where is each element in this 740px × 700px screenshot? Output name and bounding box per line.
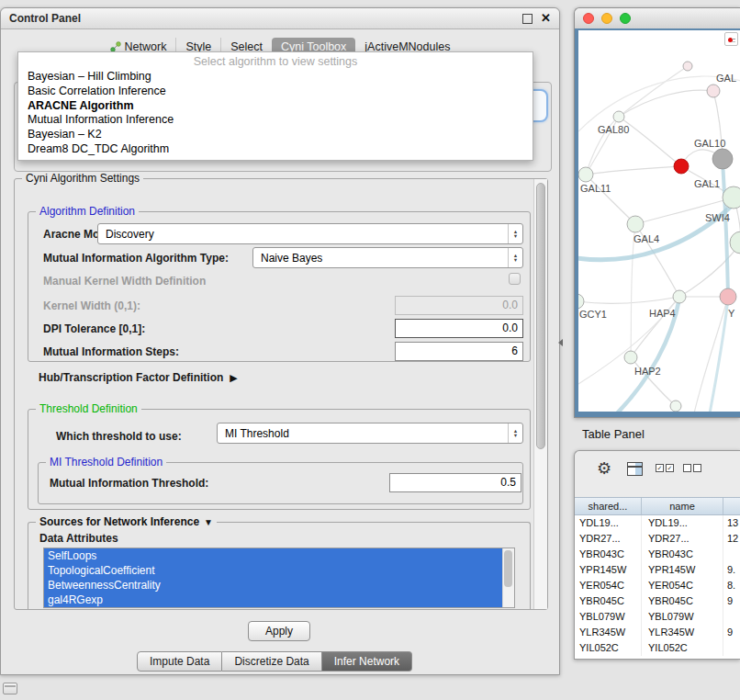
table-row[interactable]: YER054CYER054C8.: [575, 578, 740, 593]
kernel-width-field[interactable]: 0.0: [395, 296, 523, 315]
data-attributes-list: SelfLoops TopologicalCoefficient Between…: [43, 548, 515, 608]
node-label: Y: [728, 308, 735, 319]
dropdown-option[interactable]: Basic Correlation Inference: [18, 85, 533, 99]
minimize-traffic-button[interactable]: [601, 13, 612, 24]
float-window-icon[interactable]: [522, 14, 533, 24]
table-toolbar: ⚙ ✓✓: [575, 451, 740, 497]
column-header-shared-name[interactable]: shared...: [575, 498, 642, 514]
which-threshold-select[interactable]: MI Threshold: [217, 423, 523, 444]
scrollbar-thumb[interactable]: [504, 550, 512, 587]
table-row[interactable]: YDL19...YDL19...13: [575, 515, 740, 531]
deselect-all-columns-icon[interactable]: [683, 464, 701, 472]
list-item-selected[interactable]: SelfLoops: [44, 548, 502, 563]
apply-button[interactable]: Apply: [248, 621, 310, 641]
table-row[interactable]: YIL052CYIL052C: [575, 640, 740, 656]
network-node[interactable]: [707, 85, 720, 97]
scrollbar-thumb[interactable]: [536, 183, 545, 449]
window-title: Control Panel: [9, 12, 81, 25]
table-header-row: shared... name: [575, 497, 740, 515]
algorithm-definition-group: Algorithm Definition Aracne Mode: Discov…: [28, 211, 531, 362]
sources-group-title[interactable]: Sources for Network Inference▼: [36, 515, 217, 528]
close-icon[interactable]: ✕: [541, 13, 551, 24]
settings-group-title: Cyni Algorithm Settings: [22, 172, 143, 185]
dropdown-option[interactable]: Dream8 DC_TDC Algorithm: [18, 142, 533, 157]
network-canvas[interactable]: GALGAL80GAL10GAL11GAL1SWI4GAL4HAP4GCY1YH…: [578, 30, 740, 412]
dpi-tolerance-field[interactable]: 0.0: [395, 319, 523, 338]
list-item-selected[interactable]: gal4RGexp: [44, 593, 502, 607]
mi-threshold-field[interactable]: 0.5: [389, 473, 521, 492]
close-traffic-button[interactable]: [583, 13, 594, 24]
network-node[interactable]: [674, 159, 689, 174]
list-item-selected[interactable]: TopologicalCoefficient: [44, 563, 502, 578]
table-panel-heading: Table Panel: [582, 427, 645, 441]
tab-impute-data[interactable]: Impute Data: [137, 651, 222, 672]
column-header-cut[interactable]: [723, 498, 740, 514]
birdseye-toggle-button[interactable]: [724, 32, 738, 46]
table-settings-gear-icon[interactable]: ⚙: [597, 458, 611, 479]
tab-discretize-data[interactable]: Discretize Data: [222, 651, 321, 672]
network-graph: GALGAL80GAL10GAL11GAL1SWI4GAL4HAP4GCY1YH…: [578, 30, 740, 412]
table-row[interactable]: YBR045CYBR045C9: [575, 593, 740, 609]
show-columns-icon[interactable]: [627, 462, 643, 476]
manual-kernel-label: Manual Kernel Width Definition: [43, 275, 206, 288]
table-row[interactable]: YPR145WYPR145W9.: [575, 562, 740, 578]
network-node[interactable]: [627, 216, 644, 232]
node-label: GAL11: [580, 183, 611, 194]
list-item-selected[interactable]: BetweennessCentrality: [44, 578, 502, 593]
node-label: SWI4: [705, 212, 730, 223]
aracne-mode-select[interactable]: Discovery: [97, 223, 523, 244]
network-view-window: GALGAL80GAL10GAL11GAL1SWI4GAL4HAP4GCY1YH…: [574, 7, 740, 418]
node-label: GAL: [716, 73, 736, 84]
tab-infer-network[interactable]: Infer Network: [322, 651, 412, 672]
hub-definition-expander[interactable]: Hub/Transcription Factor Definition▶: [39, 368, 238, 385]
dropdown-option[interactable]: Bayesian – K2: [18, 128, 533, 142]
control-panel-window: Control Panel ✕ Network Style Select Cyn…: [0, 7, 560, 675]
network-node[interactable]: [712, 149, 733, 169]
zoom-traffic-button[interactable]: [620, 13, 631, 24]
control-panel-titlebar: Control Panel ✕: [1, 8, 559, 29]
table-row[interactable]: YDR27...YDR27...12: [575, 531, 740, 547]
network-node[interactable]: [673, 290, 686, 303]
dropdown-option[interactable]: Bayesian – Hill Climbing: [18, 70, 533, 85]
dropdown-option[interactable]: Mutual Information Inference: [18, 113, 533, 128]
network-node[interactable]: [624, 351, 637, 364]
splitter-collapse-icon[interactable]: [558, 339, 563, 346]
algorithm-dropdown-popup: Select algorithm to view settings Bayesi…: [17, 51, 533, 161]
which-threshold-label: Which threshold to use:: [56, 430, 182, 443]
network-node[interactable]: [670, 401, 681, 412]
settings-scrollbar[interactable]: [533, 179, 547, 609]
select-all-columns-icon[interactable]: ✓✓: [656, 464, 674, 472]
network-node[interactable]: [578, 167, 593, 182]
node-label: HAP4: [649, 308, 676, 319]
list-scrollbar[interactable]: [502, 548, 514, 607]
table-panel-window: ⚙ ✓✓ shared... name YDL19...YDL19...13 Y…: [574, 450, 740, 660]
dpi-tolerance-label: DPI Tolerance [0,1]:: [43, 322, 145, 335]
network-node[interactable]: [720, 288, 736, 305]
sources-group: Sources for Network Inference▼ Data Attr…: [28, 522, 531, 610]
network-node[interactable]: [683, 62, 692, 71]
combobox-arrows-icon: [508, 248, 522, 267]
table-row[interactable]: YBL079WYBL079W: [575, 609, 740, 625]
node-label: GAL1: [694, 178, 720, 189]
column-header-name[interactable]: name: [642, 498, 723, 514]
dropdown-prompt[interactable]: Select algorithm to view settings: [18, 54, 533, 70]
dropdown-option-selected[interactable]: ARACNE Algorithm: [18, 99, 533, 114]
collapsed-panel-icon[interactable]: [3, 683, 17, 694]
mi-threshold-group: MI Threshold Definition Mutual Informati…: [38, 462, 523, 504]
network-node[interactable]: [613, 111, 624, 122]
network-node[interactable]: [578, 294, 584, 309]
mi-steps-field[interactable]: 6: [395, 342, 523, 361]
network-view-frame: GALGAL80GAL10GAL11GAL1SWI4GAL4HAP4GCY1YH…: [575, 28, 740, 417]
manual-kernel-checkbox[interactable]: [509, 273, 521, 285]
network-window-titlebar: [575, 8, 740, 29]
mi-steps-label: Mutual Information Steps:: [43, 345, 179, 358]
table-row[interactable]: YBR043CYBR043C: [575, 547, 740, 562]
table-row[interactable]: YLR345WYLR345W9: [575, 625, 740, 640]
network-node[interactable]: [730, 231, 740, 254]
node-label: GAL80: [598, 124, 629, 135]
threshold-definition-title: Threshold Definition: [36, 402, 141, 415]
mi-type-select[interactable]: Naive Bayes: [252, 247, 523, 268]
cyni-algorithm-settings-group: Cyni Algorithm Settings Algorithm Defini…: [14, 178, 548, 610]
hub-definition-label: Hub/Transcription Factor Definition: [39, 371, 223, 384]
combobox-arrows-icon: [508, 224, 522, 243]
